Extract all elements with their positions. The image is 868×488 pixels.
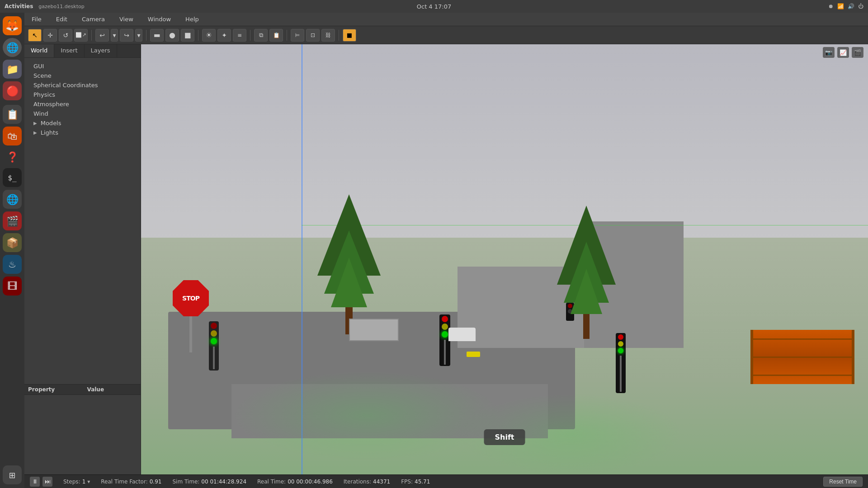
- taskbar-item-5[interactable]: 📋: [3, 105, 22, 124]
- taskbar-chrome[interactable]: 🌐: [3, 190, 22, 209]
- viewport-toolbar: 📷 📈 🎬: [823, 47, 863, 58]
- video-record-btn[interactable]: 🎬: [852, 47, 863, 58]
- menu-bar: File Edit Camera View Window Help: [24, 13, 868, 26]
- activities-btn[interactable]: Activities: [5, 3, 33, 9]
- taskbar-item-4[interactable]: 🔴: [3, 81, 22, 100]
- tab-world[interactable]: World: [24, 44, 54, 57]
- real-time-item: Real Time: 00 00:00:46.986: [257, 479, 333, 485]
- select-tool-btn[interactable]: ↖: [28, 29, 42, 42]
- panel-tabs: World Insert Layers: [24, 44, 141, 58]
- taskbar-files[interactable]: 📁: [3, 60, 22, 79]
- steps-arrow[interactable]: ▾: [87, 479, 90, 485]
- translate-tool-btn[interactable]: ✛: [43, 29, 57, 42]
- menu-camera[interactable]: Camera: [78, 14, 108, 24]
- tree-gui[interactable]: GUI: [26, 61, 139, 71]
- system-bar-left: Activities gazebo11.desktop: [5, 3, 85, 9]
- tl-pole-3: [620, 356, 622, 392]
- play-controls: ⏸ ⏭: [30, 477, 52, 487]
- menu-edit[interactable]: Edit: [52, 14, 71, 24]
- stop-sign-pole: [189, 316, 192, 352]
- sphere-shape-btn[interactable]: ●: [165, 29, 179, 42]
- taskbar-item-2[interactable]: 🌐: [3, 38, 22, 57]
- taskbar-terminal[interactable]: $_: [3, 168, 22, 187]
- shift-indicator: Shift: [484, 429, 525, 445]
- tree-physics[interactable]: Physics: [26, 90, 139, 99]
- toolbar: ↖ ✛ ↺ ⬜↗ ↩ ▾ ↪ ▾ ▬ ● ■ ☀ ✦ ≡ ⧉ 📋 ⊨ ⊡ ⛓ ■: [24, 26, 868, 44]
- tab-layers[interactable]: Layers: [85, 44, 117, 57]
- status-bar: ⏸ ⏭ Steps: 1 ▾ Real Time Factor: 0.91 Si…: [24, 474, 868, 488]
- taskbar-apps-grid[interactable]: ⊞: [3, 465, 22, 484]
- sim-time-item: Sim Time: 00 01:44:28.924: [172, 479, 246, 485]
- tree-atmosphere[interactable]: Atmosphere: [26, 99, 139, 109]
- directional-btn[interactable]: ≡: [233, 29, 246, 42]
- taskbar-help[interactable]: ❓: [4, 148, 21, 165]
- iterations-label: Iterations:: [344, 479, 371, 485]
- viewport[interactable]: STOP: [141, 44, 868, 474]
- real-time-value: 00 00:00:46.986: [288, 479, 333, 485]
- orange-btn[interactable]: ■: [343, 29, 356, 42]
- road-marking-yellow: [467, 352, 480, 357]
- sim-time-label: Sim Time:: [172, 479, 199, 485]
- taskbar-item-11[interactable]: 📦: [3, 233, 22, 252]
- lights-arrow: ▶: [33, 130, 37, 135]
- tab-insert[interactable]: Insert: [54, 44, 84, 57]
- power-icon: ⏻: [858, 3, 863, 9]
- real-time-label: Real Time:: [257, 479, 286, 485]
- step-btn[interactable]: ⏭: [42, 477, 52, 487]
- snap-btn[interactable]: ⊡: [306, 29, 320, 42]
- volume-icon: 🔊: [848, 3, 854, 9]
- undo-btn[interactable]: ↩: [95, 29, 109, 42]
- world-tree: GUI Scene Spherical Coordinates Physics …: [24, 58, 141, 384]
- tl-red-1: [211, 323, 217, 329]
- spotlight-btn[interactable]: ✦: [217, 29, 231, 42]
- reset-time-btn[interactable]: Reset Time: [823, 477, 863, 487]
- box-shape-btn[interactable]: ▬: [150, 29, 164, 42]
- tree-lights[interactable]: ▶ Lights: [26, 128, 139, 137]
- cylinder-shape-btn[interactable]: ■: [181, 29, 194, 42]
- tree-spherical-coords[interactable]: Spherical Coordinates: [26, 80, 139, 90]
- barrier-stripe-1: [753, 338, 852, 340]
- menu-file[interactable]: File: [28, 14, 45, 24]
- tree-models[interactable]: ▶ Models: [26, 118, 139, 128]
- plot-btn[interactable]: 📈: [837, 47, 849, 58]
- tl-green-2: [442, 331, 448, 338]
- orange-barrier: [750, 330, 854, 384]
- taskbar-item-13[interactable]: 🎞: [3, 277, 22, 296]
- menu-view[interactable]: View: [116, 14, 137, 24]
- tree-scene[interactable]: Scene: [26, 71, 139, 80]
- properties-header: Property Value: [24, 385, 141, 395]
- tree-wind[interactable]: Wind: [26, 109, 139, 118]
- pause-btn[interactable]: ⏸: [30, 477, 40, 487]
- sep2: [146, 30, 146, 41]
- menu-help[interactable]: Help: [182, 14, 203, 24]
- sun-btn[interactable]: ☀: [202, 29, 216, 42]
- tree-lights-label: Lights: [41, 129, 58, 136]
- steps-label: Steps:: [63, 479, 80, 485]
- align-btn[interactable]: ⊨: [291, 29, 304, 42]
- rotate-tool-btn[interactable]: ↺: [59, 29, 72, 42]
- traffic-light-right: [616, 333, 626, 393]
- link-btn[interactable]: ⛓: [321, 29, 335, 42]
- redo-dropdown[interactable]: ▾: [135, 29, 142, 42]
- screenshot-btn[interactable]: 📷: [823, 47, 835, 58]
- undo-dropdown[interactable]: ▾: [111, 29, 118, 42]
- redo-btn[interactable]: ↪: [120, 29, 133, 42]
- scene-container: STOP: [141, 44, 868, 474]
- taskbar-steam[interactable]: ♨: [3, 255, 22, 274]
- tl-red-3: [618, 334, 623, 340]
- paste-btn[interactable]: 📋: [269, 29, 283, 42]
- copy-btn[interactable]: ⧉: [254, 29, 268, 42]
- taskbar: 🦊 🌐 📁 🔴 📋 🛍 ❓ $_ 🌐 🎬 📦 ♨ 🎞 ⊞: [0, 13, 24, 488]
- vehicle: [448, 328, 476, 341]
- system-bar: Activities gazebo11.desktop Oct 4 17:07 …: [0, 0, 868, 13]
- tl-green-1: [211, 338, 217, 344]
- scale-tool-btn[interactable]: ⬜↗: [74, 29, 88, 42]
- taskbar-item-10[interactable]: 🎬: [3, 211, 22, 230]
- menu-window[interactable]: Window: [144, 14, 175, 24]
- sep5: [287, 30, 287, 41]
- properties-panel: Property Value: [24, 384, 141, 474]
- tree-atmosphere-label: Atmosphere: [33, 101, 69, 108]
- network-icon: 📶: [837, 3, 844, 9]
- taskbar-firefox[interactable]: 🦊: [3, 16, 22, 35]
- taskbar-appstore[interactable]: 🛍: [3, 127, 22, 145]
